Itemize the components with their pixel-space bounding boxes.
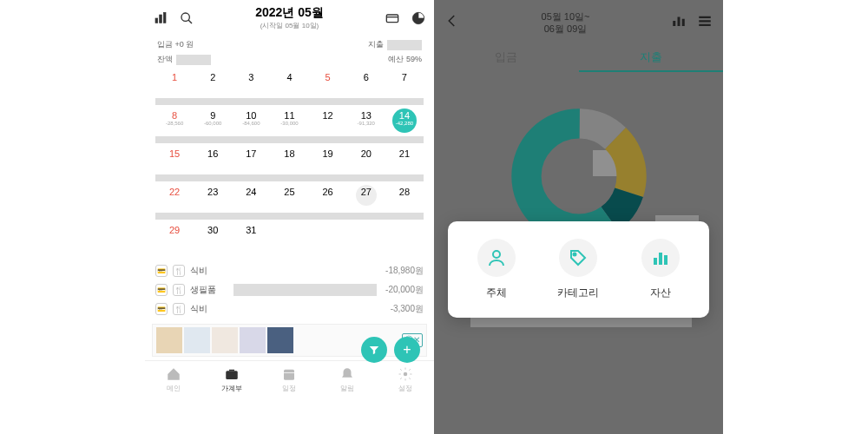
calendar-day[interactable]: 26 (309, 183, 347, 211)
card-icon[interactable] (385, 11, 399, 25)
calendar-day[interactable] (270, 221, 308, 249)
week-divider (155, 213, 424, 220)
calendar-day[interactable]: 11-30,000 (270, 107, 308, 135)
calendar-day[interactable]: 13-91,320 (347, 107, 385, 135)
header: 2022년 05월 (시작일 05월 10일) (145, 0, 434, 36)
calendar-day[interactable]: 21 (385, 145, 424, 173)
modal-overlay[interactable] (434, 0, 723, 434)
calendar-day[interactable]: 29 (155, 221, 194, 249)
calendar-day[interactable]: 27 (347, 183, 385, 211)
modal-icon (641, 239, 680, 277)
calendar-day[interactable]: 2 (194, 69, 232, 96)
calendar-day[interactable]: 9-60,000 (194, 107, 232, 135)
transaction-row[interactable]: 💳🍴식비-18,980원 (155, 261, 424, 280)
svg-rect-7 (226, 371, 238, 379)
svg-point-10 (403, 372, 407, 377)
svg-point-21 (493, 251, 500, 258)
category-icon: 🍴 (173, 303, 185, 315)
modal-option-카테고리[interactable]: 카테고리 (557, 239, 599, 300)
add-fab[interactable]: + (394, 337, 420, 363)
ad-thumb (156, 327, 182, 353)
calendar-day[interactable] (385, 221, 424, 249)
calendar-day[interactable]: 28 (385, 183, 424, 211)
calendar-day[interactable] (347, 221, 385, 249)
tab-일정[interactable]: 일정 (260, 366, 319, 393)
budget-label: 예산 59% (388, 54, 422, 65)
calendar-day[interactable]: 5 (309, 69, 347, 96)
month-title[interactable]: 2022년 05월 (시작일 05월 10일) (201, 5, 378, 30)
tab-icon (398, 366, 413, 382)
calendar-day[interactable]: 15 (155, 145, 194, 173)
category-icon: 🍴 (173, 265, 185, 277)
week-divider (155, 174, 424, 181)
expense-value-redacted (387, 40, 422, 50)
tab-가계부[interactable]: 가계부 (203, 366, 261, 393)
calendar-day[interactable]: 7 (385, 69, 424, 96)
pie-chart-icon[interactable] (411, 11, 425, 25)
svg-rect-2 (163, 12, 166, 23)
svg-rect-23 (654, 258, 657, 265)
svg-rect-5 (386, 15, 398, 23)
calendar-day[interactable]: 30 (194, 221, 232, 249)
calendar-day[interactable]: 20 (347, 145, 385, 173)
transaction-row[interactable]: 💳🍴식비-3,300원 (155, 299, 424, 319)
category-label: 식비 (190, 303, 225, 315)
category-label: 식비 (190, 265, 225, 277)
ad-thumb (184, 327, 210, 353)
stats-icon[interactable] (154, 11, 168, 25)
transaction-row[interactable]: 💳🍴생필품-20,000원 (155, 280, 424, 299)
bottom-tabbar: 메인가계부일정알림설정 (145, 360, 434, 398)
tab-icon (281, 366, 297, 382)
calendar-day[interactable]: 18 (270, 145, 308, 173)
summary-row: 입금 +0 원 지출 (145, 36, 434, 54)
calendar-day[interactable]: 10-84,600 (232, 107, 270, 135)
ad-thumb (240, 327, 266, 353)
stats-screen: 05월 10일~ 06월 09일 입금 지출 (434, 0, 723, 434)
calendar-day[interactable]: 25 (270, 183, 308, 211)
calendar-day[interactable]: 16 (194, 145, 232, 173)
calendar-day[interactable]: 3 (232, 69, 270, 96)
modal-icon (477, 239, 516, 277)
expense-label: 지출 (368, 39, 384, 50)
calendar-day[interactable]: 24 (232, 183, 270, 211)
modal-label: 카테고리 (557, 286, 599, 300)
calendar-day[interactable]: 1 (155, 69, 194, 96)
tab-label: 설정 (398, 385, 412, 392)
calendar-day[interactable]: 6 (347, 69, 385, 96)
calendar-day[interactable]: 14-42,280 (385, 107, 424, 135)
modal-option-주체[interactable]: 주체 (477, 239, 516, 300)
svg-rect-1 (160, 15, 162, 23)
calendar-day[interactable] (309, 221, 347, 249)
transaction-list: 💳🍴식비-18,980원💳🍴생필품-20,000원💳🍴식비-3,300원 (145, 256, 434, 324)
search-icon[interactable] (180, 11, 194, 25)
account-icon: 💳 (155, 284, 168, 296)
calendar-day[interactable]: 31 (232, 221, 270, 249)
calendar-day[interactable]: 8-28,560 (155, 107, 194, 135)
calendar-day[interactable]: 4 (270, 69, 308, 96)
week-divider (155, 136, 424, 143)
modal-icon (559, 239, 597, 277)
svg-line-4 (188, 20, 192, 23)
tab-label: 가계부 (221, 385, 242, 392)
tab-label: 알림 (340, 385, 354, 392)
category-label: 생필품 (190, 284, 225, 296)
calendar-day[interactable]: 19 (309, 145, 347, 173)
modal-option-자산[interactable]: 자산 (641, 239, 680, 300)
calendar-day[interactable]: 22 (155, 183, 194, 211)
tab-알림[interactable]: 알림 (319, 366, 377, 393)
tab-label: 메인 (167, 385, 181, 392)
tab-메인[interactable]: 메인 (145, 366, 203, 393)
amount: -20,000원 (385, 284, 424, 296)
tab-설정[interactable]: 설정 (376, 366, 434, 393)
svg-point-3 (181, 13, 189, 21)
account-icon: 💳 (155, 303, 168, 315)
calendar-grid: 12345678-28,5609-60,00010-84,60011-30,00… (145, 69, 434, 249)
tab-label: 일정 (282, 385, 296, 392)
income-label: 입금 +0 원 (157, 39, 194, 50)
filter-fab[interactable] (361, 337, 387, 363)
calendar-day[interactable]: 17 (232, 145, 270, 173)
svg-rect-25 (664, 255, 667, 265)
balance-label: 잔액 (157, 54, 173, 65)
calendar-day[interactable]: 12 (309, 107, 347, 135)
calendar-day[interactable]: 23 (194, 183, 232, 211)
